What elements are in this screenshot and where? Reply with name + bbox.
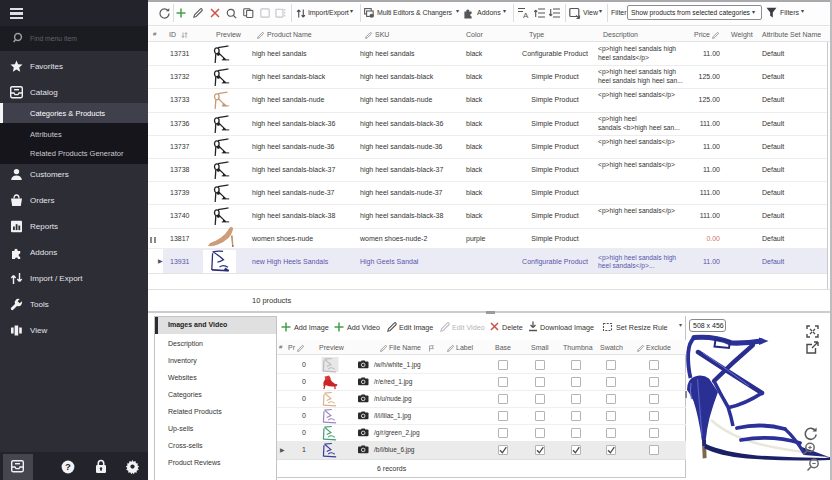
svg-text:A: A	[523, 11, 529, 20]
svg-text:?: ?	[65, 461, 71, 472]
